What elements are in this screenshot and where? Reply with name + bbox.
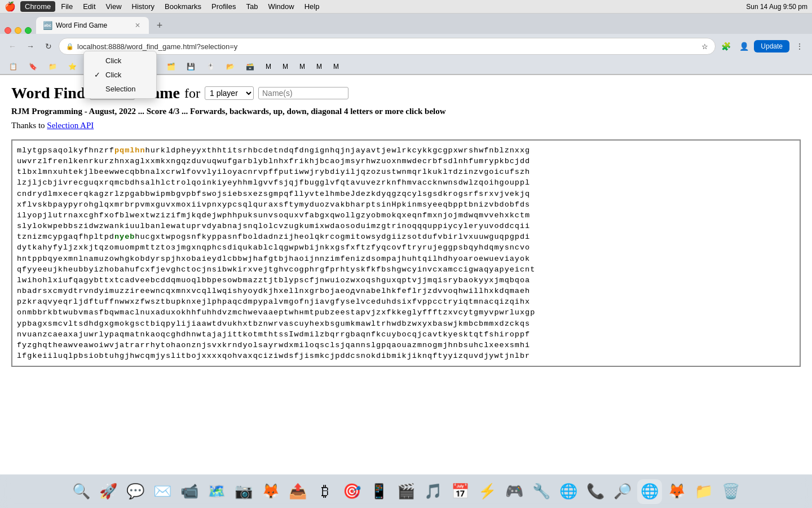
tab-bar: 🔤 Word Find Game ✕ + bbox=[0, 14, 812, 34]
minimize-window-button[interactable] bbox=[15, 27, 21, 34]
dock-app1[interactable]: 🎯 bbox=[339, 479, 364, 504]
bookmark-item-16[interactable]: M bbox=[295, 62, 310, 72]
bookmark-item-3[interactable]: 📁 bbox=[44, 62, 61, 72]
context-menu-click-checked-label: Click bbox=[105, 71, 121, 79]
dock-maps[interactable]: 🗺️ bbox=[204, 479, 229, 504]
reload-button[interactable]: ↻ bbox=[41, 38, 56, 54]
names-input[interactable] bbox=[258, 87, 348, 99]
context-menu-selection-label: Selection bbox=[105, 85, 135, 93]
bookmark-item-14[interactable]: M bbox=[261, 62, 276, 72]
word-grid-container[interactable]: mlytgpsaqolkyfhnzrfpqmlhnhurkldpheyyxthh… bbox=[11, 139, 801, 367]
tab-close-button[interactable]: ✕ bbox=[133, 21, 142, 30]
bookmark-item-12[interactable]: 📂 bbox=[222, 62, 239, 72]
address-bar-row: 🔒 localhost:8888/word_find_game.html?sel… bbox=[59, 38, 716, 55]
menu-datetime: Sun 14 Aug 9:50 pm bbox=[746, 3, 807, 11]
dock-chrome[interactable]: 🌐 bbox=[637, 479, 662, 504]
bookmark-item-9[interactable]: 🗂️ bbox=[162, 62, 180, 72]
back-button[interactable]: ← bbox=[5, 38, 20, 54]
menubar-view[interactable]: View bbox=[102, 1, 126, 12]
click-checked-checkmark: ✓ bbox=[94, 71, 102, 79]
bookmark-item-2[interactable]: 🔖 bbox=[24, 62, 42, 72]
bookmark-item-18[interactable]: M bbox=[329, 62, 343, 72]
update-button[interactable]: Update bbox=[754, 40, 789, 52]
dock-quicklook[interactable]: 🔎 bbox=[610, 479, 635, 504]
lock-icon: 🔒 bbox=[66, 43, 74, 50]
maximize-window-button[interactable] bbox=[25, 27, 32, 34]
dock-mail[interactable]: ✉️ bbox=[150, 479, 175, 504]
bookmark-item-10[interactable]: 💾 bbox=[182, 62, 200, 72]
dock-trash[interactable]: 🗑️ bbox=[718, 479, 743, 504]
menubar-chrome[interactable]: Chrome bbox=[20, 1, 55, 12]
browser-tab[interactable]: 🔤 Word Find Game ✕ bbox=[36, 17, 149, 34]
toolbar-right: 🧩 👤 Update ⋮ bbox=[718, 38, 807, 54]
dock-photos[interactable]: 📷 bbox=[231, 479, 256, 504]
menubar-profiles[interactable]: Profiles bbox=[207, 1, 240, 12]
address-bar[interactable]: 🔒 localhost:8888/word_find_game.html?sel… bbox=[59, 38, 716, 55]
players-select[interactable]: 1 player 2 players 3 players bbox=[205, 86, 254, 100]
dock-app8[interactable]: 🌐 bbox=[556, 479, 581, 504]
subtitle: RJM Programming - August, 2022 ... Score… bbox=[11, 107, 801, 116]
bookmark-item-15[interactable]: M bbox=[278, 62, 293, 72]
forward-button[interactable]: → bbox=[23, 38, 38, 54]
context-menu-click-checked-item[interactable]: ✓ Click bbox=[84, 68, 156, 82]
bookmark-item-13[interactable]: 🗃️ bbox=[241, 62, 259, 72]
bookmark-item-4[interactable]: ⭐ bbox=[64, 62, 81, 72]
address-text: localhost:8888/word_find_game.html?selec… bbox=[77, 42, 698, 51]
dock-app4[interactable]: 🎵 bbox=[421, 479, 445, 504]
dock-filezilla[interactable]: 📤 bbox=[285, 479, 310, 504]
selection-checkmark bbox=[94, 85, 102, 93]
dock-bitcoin[interactable]: ₿ bbox=[312, 479, 337, 504]
context-menu: Click ✓ Click Selection bbox=[83, 51, 157, 99]
page-content: Word Find Hard Medium Easy Game for 1 pl… bbox=[0, 75, 812, 475]
thanks-to-text: Thanks to bbox=[11, 121, 47, 130]
dock-finder[interactable]: 🔍 bbox=[69, 479, 94, 504]
close-window-button[interactable] bbox=[5, 27, 11, 34]
dock-firefox2[interactable]: 🦊 bbox=[664, 479, 689, 504]
dock-firefox[interactable]: 🦊 bbox=[258, 479, 283, 504]
dock-app6[interactable]: 🎮 bbox=[502, 479, 527, 504]
dock-launchpad[interactable]: 🚀 bbox=[96, 479, 121, 504]
menubar-bookmarks[interactable]: Bookmarks bbox=[160, 1, 206, 12]
context-menu-selection-item[interactable]: Selection bbox=[84, 82, 156, 96]
profile-button[interactable]: 👤 bbox=[736, 38, 752, 54]
dock-finder2[interactable]: 📁 bbox=[691, 479, 716, 504]
dock: 🔍 🚀 💬 ✉️ 📹 🗺️ 📷 🦊 📤 ₿ 🎯 📱 🎬 🎵 📅 ⚡ 🎮 🔧 🌐 … bbox=[0, 474, 812, 508]
dock-app7[interactable]: 🔧 bbox=[529, 479, 554, 504]
context-menu-click-label: Click bbox=[105, 56, 121, 65]
bookmark-star-icon[interactable]: ☆ bbox=[701, 42, 708, 51]
tab-favicon: 🔤 bbox=[43, 21, 52, 30]
for-text: for bbox=[184, 86, 200, 101]
menubar-right: Sun 14 Aug 9:50 pm bbox=[746, 3, 807, 11]
selection-api-row: Thanks to Selection API bbox=[11, 121, 801, 130]
menu-button[interactable]: ⋮ bbox=[792, 38, 807, 54]
tab-title: Word Find Game bbox=[56, 21, 130, 29]
dock-messages[interactable]: 💬 bbox=[123, 479, 148, 504]
dock-facetime[interactable]: 📹 bbox=[177, 479, 202, 504]
menubar-history[interactable]: History bbox=[127, 1, 159, 12]
dock-calendar[interactable]: 📅 bbox=[448, 479, 473, 504]
page-title-part1: Word Find bbox=[11, 84, 85, 102]
click-checkmark bbox=[94, 56, 102, 65]
menubar-edit[interactable]: Edit bbox=[78, 1, 100, 12]
bookmark-item-1[interactable]: 📋 bbox=[5, 62, 22, 72]
selection-api-link[interactable]: Selection API bbox=[47, 121, 94, 130]
menubar-help[interactable]: Help bbox=[300, 1, 324, 12]
address-icons: ☆ bbox=[701, 42, 708, 51]
dock-app3[interactable]: 🎬 bbox=[394, 479, 418, 504]
menubar-window[interactable]: Window bbox=[263, 1, 298, 12]
apple-menu[interactable]: 🍎 bbox=[5, 1, 16, 12]
menubar-file[interactable]: File bbox=[56, 1, 77, 12]
dock-app2[interactable]: 📱 bbox=[367, 479, 391, 504]
new-tab-button[interactable]: + bbox=[151, 17, 168, 34]
bookmark-item-17[interactable]: M bbox=[312, 62, 326, 72]
menubar: 🍎 Chrome File Edit View History Bookmark… bbox=[0, 0, 812, 14]
dock-zoom[interactable]: 📞 bbox=[583, 479, 608, 504]
traffic-lights bbox=[5, 27, 32, 34]
extensions-button[interactable]: 🧩 bbox=[718, 38, 734, 54]
dock-app5[interactable]: ⚡ bbox=[475, 479, 500, 504]
context-menu-click-item[interactable]: Click bbox=[84, 54, 156, 68]
menubar-tab[interactable]: Tab bbox=[241, 1, 262, 12]
bookmark-item-11[interactable]: 🖱️ bbox=[202, 62, 219, 72]
